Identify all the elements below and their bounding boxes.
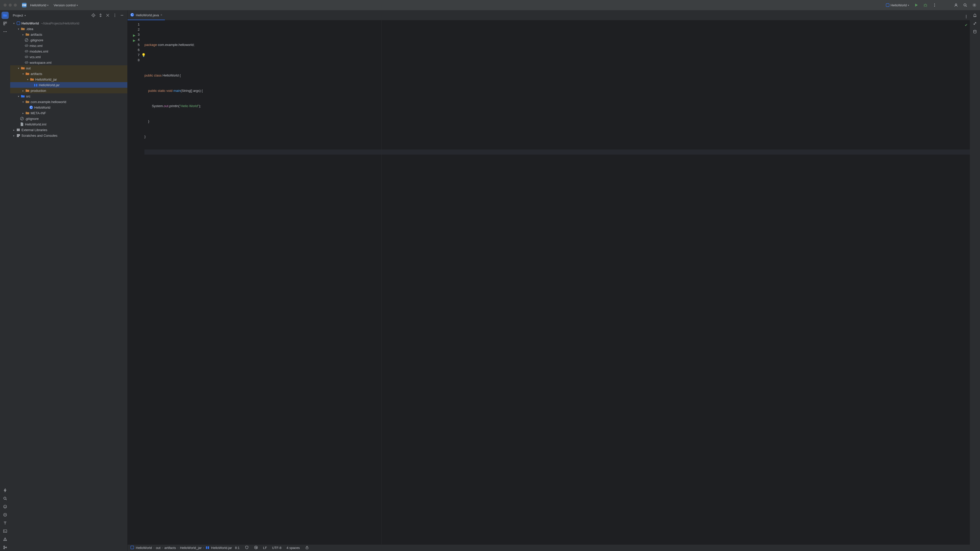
expand-arrow-icon[interactable]: ▾ — [17, 67, 20, 70]
expand-arrow-icon[interactable]: ▾ — [21, 100, 24, 103]
text-tool-button[interactable] — [2, 519, 9, 527]
expand-arrow-icon[interactable]: ▾ — [17, 95, 20, 98]
run-config-selector[interactable]: HelloWorld ▾ — [884, 2, 911, 8]
tree-row-external-libs[interactable]: ▸External Libraries — [10, 127, 127, 133]
line-separator[interactable]: LF — [263, 546, 267, 550]
caret-position[interactable]: 8:1 — [235, 546, 240, 550]
inspection-ok-icon[interactable]: ✔ — [965, 22, 968, 27]
expand-arrow-icon[interactable]: ▾ — [12, 22, 15, 25]
crumb[interactable]: HelloWorld_jar — [180, 546, 202, 550]
tree-row-scratches[interactable]: ▸Scratches and Consoles — [10, 133, 127, 138]
problems-tool-button[interactable] — [2, 536, 9, 543]
editor-tabs-menu[interactable] — [963, 13, 970, 20]
tree-row-class[interactable]: HelloWorld — [10, 105, 127, 110]
code-with-me-button[interactable] — [953, 2, 959, 8]
tree-row-modules[interactable]: modules.xml — [10, 48, 127, 54]
tree-row-hw-jar[interactable]: HelloWorld.jar — [10, 82, 127, 88]
project-menu[interactable]: HelloWorld ▾ — [29, 3, 50, 8]
expand-arrow-icon[interactable]: ▾ — [26, 78, 29, 81]
tree-row-misc[interactable]: misc.xml — [10, 43, 127, 48]
traffic-min[interactable] — [9, 3, 12, 6]
source-folder-icon — [21, 94, 25, 98]
tree-label: vcs.xml — [30, 55, 41, 59]
expand-arrow-icon[interactable]: ▸ — [21, 33, 24, 36]
tree-row-project-root[interactable]: ▾HelloWorld~/IdeaProjects/HelloWorld — [10, 21, 127, 26]
tree-label: HelloWorld.iml — [25, 122, 46, 126]
project-tool-button[interactable] — [2, 12, 9, 19]
status-at-icon[interactable] — [254, 545, 258, 550]
vcs-menu[interactable]: Version control ▾ — [52, 3, 80, 8]
file-encoding[interactable]: UTF-8 — [272, 546, 282, 550]
tree-row-hw-jar-dir[interactable]: ▾HelloWorld_jar — [10, 76, 127, 82]
gutter[interactable]: 1 2 3▶ 4▶ 5 6 7 8 — [127, 21, 142, 545]
tree-row-vcs[interactable]: vcs.xml — [10, 54, 127, 60]
scratches-icon — [16, 133, 21, 138]
tree-row-idea[interactable]: ▾.idea — [10, 26, 127, 32]
tree-label: out — [26, 66, 30, 70]
tab-label: HelloWorld.java — [136, 13, 159, 17]
close-tab-icon[interactable]: × — [161, 13, 162, 17]
expand-arrow-icon[interactable]: ▸ — [21, 112, 24, 114]
project-view-title[interactable]: Project — [13, 14, 23, 17]
crumb[interactable]: artifacts — [164, 546, 176, 550]
more-run-actions[interactable] — [931, 2, 938, 8]
structure-tool-button[interactable] — [2, 20, 9, 27]
search-everywhere-button[interactable] — [962, 2, 969, 8]
xml-icon — [24, 55, 29, 59]
tree-row-out[interactable]: ▾out — [10, 65, 127, 71]
tree-row-production[interactable]: ▸production — [10, 88, 127, 94]
project-tree[interactable]: ▾HelloWorld~/IdeaProjects/HelloWorld ▾.i… — [10, 21, 127, 551]
tree-row-artifacts-out[interactable]: ▾artifacts — [10, 71, 127, 76]
intention-bulb-icon[interactable]: 💡 — [142, 52, 146, 58]
code-area[interactable]: ✔ package com.example.helloworld; public… — [142, 21, 970, 545]
project-tool-window: Project ▾ ▾HelloWorld~/IdeaProjects/Hell… — [10, 10, 127, 551]
tree-row-metainf[interactable]: ▸META-INF — [10, 110, 127, 116]
hide-tool-window[interactable] — [119, 13, 125, 18]
indent-config[interactable]: 4 spaces — [286, 546, 300, 550]
library-icon — [16, 128, 21, 132]
more-tool-button[interactable] — [2, 28, 9, 35]
run-button[interactable] — [913, 2, 920, 8]
crumb[interactable]: out — [156, 546, 161, 550]
emoji-tool-button[interactable] — [2, 503, 9, 510]
archive-icon — [34, 83, 38, 87]
tree-row-workspace[interactable]: workspace.xml — [10, 60, 127, 65]
expand-all-button[interactable] — [98, 13, 103, 18]
tree-row-artifacts-idea[interactable]: ▸artifacts — [10, 32, 127, 37]
tool-window-options[interactable] — [112, 13, 118, 18]
attached-tool-button[interactable] — [971, 20, 978, 27]
tree-row-package[interactable]: ▾com.example.helloworld — [10, 99, 127, 105]
tree-row-gitignore-root[interactable]: .gitignore — [10, 116, 127, 121]
terminal-tool-button[interactable] — [2, 527, 9, 535]
editor[interactable]: 1 2 3▶ 4▶ 5 6 7 8 ✔ package com.example.… — [127, 21, 970, 545]
tree-row-src[interactable]: ▾src — [10, 94, 127, 99]
database-tool-button[interactable] — [971, 28, 978, 35]
git-tool-button[interactable] — [2, 544, 9, 551]
readonly-lock-icon[interactable] — [305, 545, 309, 550]
collapse-all-button[interactable] — [105, 13, 110, 18]
run-tool-button[interactable] — [2, 511, 9, 518]
debug-button[interactable] — [922, 2, 929, 8]
crumb[interactable]: HelloWorld.jar — [211, 546, 232, 550]
status-shield-icon[interactable] — [245, 545, 249, 550]
tree-row-iml[interactable]: HelloWorld.iml — [10, 121, 127, 127]
expand-arrow-icon[interactable]: ▸ — [12, 129, 15, 131]
expand-arrow-icon[interactable]: ▾ — [21, 73, 24, 75]
crumb[interactable]: HelloWorld — [136, 546, 152, 550]
select-opened-file-button[interactable] — [91, 13, 96, 18]
find-tool-button[interactable] — [2, 495, 9, 502]
tree-row-gitignore-idea[interactable]: .gitignore — [10, 37, 127, 43]
class-icon — [130, 13, 134, 17]
expand-arrow-icon[interactable]: ▸ — [21, 89, 24, 92]
expand-arrow-icon[interactable]: ▾ — [17, 27, 20, 30]
traffic-max[interactable] — [14, 3, 17, 6]
tree-label: External Libraries — [21, 128, 47, 132]
chevron-down-icon[interactable]: ▾ — [24, 14, 26, 17]
services-tool-button[interactable] — [2, 487, 9, 494]
caret-line — [145, 149, 970, 155]
notifications-button[interactable] — [971, 12, 978, 19]
settings-button[interactable] — [971, 2, 978, 8]
expand-arrow-icon[interactable]: ▸ — [12, 134, 15, 137]
chevron-right-icon: › — [162, 546, 163, 549]
tab-helloworld-java[interactable]: HelloWorld.java × — [127, 11, 165, 20]
